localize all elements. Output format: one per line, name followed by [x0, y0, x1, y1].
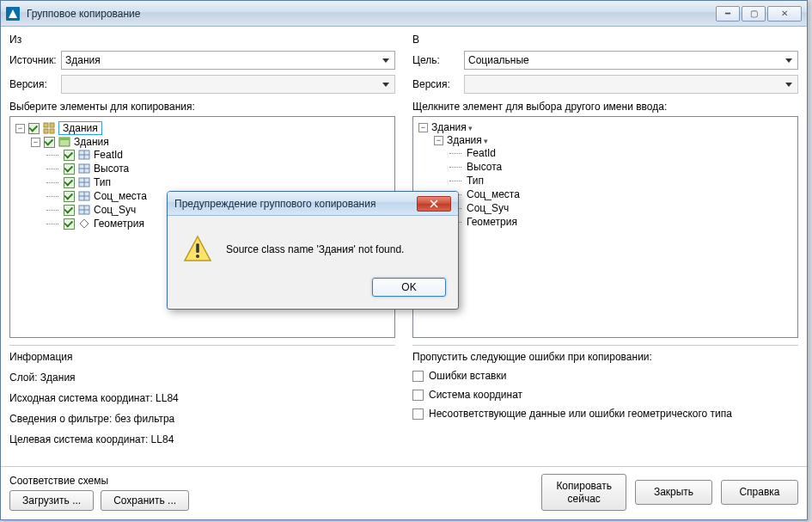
tree-expander[interactable]: − [31, 138, 40, 147]
app-icon [6, 7, 20, 21]
skip-cs-checkbox[interactable] [412, 390, 424, 401]
field-icon [78, 149, 90, 161]
dialog-message: Source class name 'Здания' not found. [226, 243, 404, 255]
class-icon [58, 136, 70, 148]
info-panel: Информация Слой: Здания Исходная система… [9, 345, 395, 454]
skip-errors-panel: Пропустить следующие ошибки при копирова… [412, 345, 798, 454]
schema-icon [43, 122, 55, 134]
field-icon [78, 176, 90, 188]
tree-expander[interactable]: − [418, 123, 428, 132]
copy-now-button[interactable]: Копировать сейчас [541, 474, 626, 511]
skip-cs-label: Система координат [429, 389, 522, 401]
field-icon [78, 204, 90, 216]
svg-point-27 [196, 255, 199, 258]
svg-rect-4 [50, 129, 54, 133]
target-tree-field[interactable]: Высота [467, 161, 502, 173]
to-column: В Цель: Социальные Версия: Щелкните элем… [412, 34, 798, 338]
dialog-titlebar: Предупреждение группового копирования [168, 192, 458, 216]
info-filter: Сведения о фильтре: без фильтра [9, 413, 395, 425]
field-icon [78, 190, 90, 202]
source-label: Источник: [9, 54, 61, 66]
click-element-label: Щелкните элемент для выбора другого имен… [412, 101, 798, 113]
target-tree-field[interactable]: Соц_Sуч [467, 202, 509, 214]
target-select[interactable]: Социальные [464, 51, 798, 70]
dialog-ok-button[interactable]: OK [372, 278, 446, 297]
save-button[interactable]: Сохранить ... [101, 490, 189, 511]
window-title: Групповое копирование [27, 8, 716, 20]
info-header: Информация [9, 351, 395, 363]
svg-rect-6 [59, 138, 70, 140]
chevron-down-icon [379, 77, 393, 91]
tree-checkbox[interactable] [64, 191, 75, 202]
tree-field[interactable]: Высота [94, 163, 129, 175]
target-tree-field[interactable]: Тип [467, 175, 484, 187]
help-button[interactable]: Справка [721, 480, 798, 504]
skip-geom-label: Несоответствующие данные или ошибки геом… [429, 408, 732, 420]
svg-marker-22 [80, 219, 89, 228]
tree-checkbox[interactable] [64, 205, 75, 216]
svg-rect-1 [44, 123, 48, 127]
target-tree-field[interactable]: Соц_места [467, 188, 520, 200]
target-tree-root[interactable]: Здания [431, 121, 473, 133]
maximize-button[interactable]: ▢ [742, 6, 766, 21]
tree-root-edit[interactable]: Здания [58, 121, 102, 135]
dialog-title: Предупреждение группового копирования [174, 198, 417, 210]
tree-checkbox[interactable] [64, 163, 75, 175]
target-tree-field[interactable]: FeatId [467, 147, 496, 159]
skip-header: Пропустить следующие ошибки при копирова… [412, 351, 798, 363]
tree-expander[interactable]: − [15, 124, 25, 133]
version-select-left[interactable] [61, 75, 395, 94]
version-label-left: Версия: [9, 78, 61, 90]
warning-dialog: Предупреждение группового копирования So… [167, 191, 459, 310]
tree-checkbox[interactable] [64, 177, 75, 188]
svg-marker-0 [9, 9, 17, 18]
source-select[interactable]: Здания [61, 51, 395, 70]
schema-mapping-label: Соответствие схемы [9, 475, 541, 487]
load-button[interactable]: Загрузить ... [9, 490, 94, 511]
dialog-close-button[interactable] [417, 196, 451, 212]
from-header: Из [9, 34, 395, 46]
close-window-button[interactable]: ✕ [767, 6, 802, 21]
tree-checkbox[interactable] [44, 137, 55, 148]
chevron-down-icon [782, 53, 796, 67]
skip-geom-checkbox[interactable] [412, 408, 424, 420]
tree-schema-node[interactable]: Здания [74, 136, 109, 148]
tree-field[interactable]: Соц_Sуч [94, 204, 136, 216]
info-src-cs: Исходная система координат: LL84 [9, 392, 395, 404]
titlebar: Групповое копирование ━ ▢ ✕ [1, 1, 807, 27]
geometry-icon [78, 218, 90, 230]
svg-rect-3 [44, 129, 48, 133]
field-icon [78, 163, 90, 175]
skip-insert-checkbox[interactable] [412, 371, 424, 382]
tree-checkbox[interactable] [64, 218, 75, 230]
target-select-value: Социальные [468, 54, 529, 66]
to-header: В [412, 34, 798, 46]
info-tgt-cs: Целевая система координат: LL84 [9, 433, 395, 445]
target-tree-field[interactable]: Геометрия [467, 216, 517, 228]
source-select-value: Здания [65, 54, 101, 66]
info-layer: Слой: Здания [9, 372, 395, 384]
version-select-right[interactable] [464, 75, 798, 94]
skip-insert-label: Ошибки вставки [429, 370, 506, 382]
minimize-button[interactable]: ━ [716, 6, 740, 21]
target-tree-panel: − Здания − Здания [412, 116, 798, 338]
tree-expander[interactable]: − [434, 136, 443, 145]
tree-field[interactable]: FeatId [94, 149, 123, 161]
warning-icon [183, 235, 212, 264]
svg-rect-26 [196, 243, 199, 253]
select-elements-label: Выберите элементы для копирования: [9, 101, 395, 113]
chevron-down-icon [782, 77, 796, 91]
target-tree-schema[interactable]: Здания [447, 134, 488, 146]
footer: Соответствие схемы Загрузить ... Сохрани… [1, 467, 807, 519]
tree-checkbox[interactable] [64, 150, 75, 161]
tree-field[interactable]: Тип [94, 176, 111, 188]
chevron-down-icon [379, 53, 393, 67]
tree-field[interactable]: Соц_места [94, 190, 147, 202]
version-label-right: Версия: [412, 78, 464, 90]
svg-rect-2 [50, 123, 54, 127]
target-label: Цель: [412, 54, 464, 66]
close-button[interactable]: Закрыть [635, 480, 712, 504]
tree-checkbox[interactable] [28, 123, 40, 134]
window-buttons: ━ ▢ ✕ [716, 6, 802, 21]
tree-field[interactable]: Геометрия [94, 218, 144, 230]
